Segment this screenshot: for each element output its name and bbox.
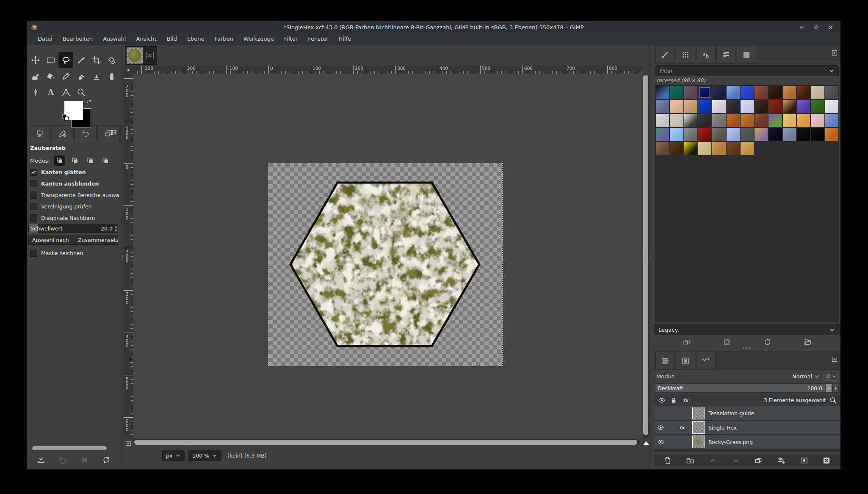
dock-splitter-right[interactable]: ⁞	[649, 44, 651, 469]
tool-button[interactable]	[58, 52, 73, 68]
pattern-action-icon[interactable]	[723, 338, 731, 346]
pattern-swatch[interactable]	[670, 142, 683, 155]
pattern-swatch[interactable]	[825, 86, 838, 99]
panel-menu-icon[interactable]	[111, 129, 118, 136]
menu-item[interactable]: Bild	[162, 33, 182, 44]
pattern-swatch[interactable]	[670, 128, 683, 141]
pattern-swatch[interactable]	[797, 114, 810, 127]
pattern-swatch[interactable]	[656, 114, 669, 127]
layer-thumbnail[interactable]	[692, 407, 705, 419]
window-control-button[interactable]	[797, 23, 806, 31]
pattern-swatch[interactable]	[741, 142, 754, 155]
tool-button[interactable]	[28, 68, 43, 84]
dock-drag-handle[interactable]: •••	[654, 346, 840, 350]
pattern-swatch[interactable]	[811, 114, 824, 127]
opacity-increase-button[interactable]	[832, 383, 839, 393]
layer-action-icon[interactable]	[822, 456, 831, 465]
menu-item[interactable]: Bearbeiten	[58, 33, 98, 44]
pattern-swatch[interactable]	[783, 114, 796, 127]
footer-action-icon[interactable]	[37, 456, 45, 464]
panel-menu-icon[interactable]	[831, 50, 838, 56]
menu-item[interactable]: Farben	[210, 33, 238, 44]
pattern-swatch[interactable]	[712, 114, 725, 127]
pattern-swatch[interactable]	[656, 86, 669, 99]
pattern-swatch[interactable]	[712, 128, 725, 141]
layer-action-icon[interactable]	[754, 456, 763, 465]
pattern-swatch[interactable]	[741, 86, 754, 99]
checkbox[interactable]	[30, 214, 37, 222]
layer-action-icon[interactable]	[732, 456, 740, 465]
tool-button[interactable]	[104, 68, 119, 84]
selection-mode-button[interactable]	[85, 155, 96, 166]
window-control-button[interactable]	[812, 23, 820, 31]
pattern-swatch[interactable]	[727, 114, 740, 127]
layer-row[interactable]: Rocky-Grass.png	[654, 435, 840, 450]
layer-name[interactable]: Rocky-Grass.png	[708, 439, 753, 445]
checkbox[interactable]	[30, 191, 37, 199]
pattern-swatch[interactable]	[755, 86, 768, 99]
pattern-swatch[interactable]	[684, 114, 697, 127]
layer-action-icon[interactable]	[777, 456, 785, 465]
blend-space-switch[interactable]	[824, 372, 838, 381]
pattern-swatch[interactable]	[727, 100, 740, 113]
checkbox[interactable]	[30, 203, 37, 210]
pattern-swatch[interactable]	[783, 86, 796, 99]
pattern-swatch[interactable]	[825, 114, 838, 127]
pattern-swatch[interactable]	[684, 128, 697, 141]
layer-fx-icon[interactable]	[676, 410, 687, 417]
eye-icon[interactable]	[658, 397, 666, 404]
pattern-swatch[interactable]	[741, 114, 754, 127]
dock-tab[interactable]	[29, 125, 51, 141]
dock-tab[interactable]	[655, 45, 675, 63]
slider-spinner[interactable]: ▲▼	[115, 225, 117, 233]
pattern-swatch[interactable]	[670, 86, 683, 99]
pattern-swatch[interactable]	[727, 86, 740, 99]
pattern-swatch[interactable]	[712, 86, 725, 99]
layer-visibility-toggle[interactable]	[655, 424, 666, 431]
opacity-decrease-button[interactable]	[826, 383, 832, 393]
menu-item[interactable]: Filter	[279, 33, 303, 44]
pattern-filter-input[interactable]: Filter	[655, 65, 839, 76]
checkbox[interactable]	[30, 180, 37, 187]
checkbox[interactable]	[30, 250, 37, 257]
layer-visibility-toggle[interactable]	[655, 410, 666, 417]
layer-thumbnail[interactable]	[692, 421, 705, 434]
pattern-action-icon[interactable]	[763, 338, 771, 346]
default-colors-icon[interactable]	[62, 114, 69, 121]
pattern-swatch[interactable]	[698, 100, 711, 113]
lock-icon[interactable]	[670, 397, 677, 404]
checkbox[interactable]	[30, 169, 37, 176]
opacity-slider[interactable]: Deckkraft 100.0	[655, 383, 825, 393]
pattern-swatch[interactable]	[797, 100, 810, 113]
quick-mask-toggle-icon[interactable]	[124, 440, 133, 447]
image-canvas[interactable]	[268, 163, 502, 366]
footer-action-icon[interactable]	[80, 456, 89, 464]
tool-button[interactable]	[74, 68, 88, 84]
pattern-swatch[interactable]	[656, 128, 669, 141]
dock-tab[interactable]	[655, 352, 675, 369]
pattern-swatch[interactable]	[698, 128, 711, 141]
layer-action-icon[interactable]	[709, 456, 717, 465]
dock-tab[interactable]	[52, 125, 74, 141]
selection-mode-button[interactable]	[69, 155, 80, 166]
pattern-swatch[interactable]	[712, 100, 725, 113]
pattern-swatch[interactable]	[727, 128, 740, 141]
layer-fx-icon[interactable]	[676, 438, 687, 446]
menu-item[interactable]: Ebene	[182, 33, 210, 44]
footer-action-icon[interactable]	[58, 456, 67, 464]
tool-button[interactable]	[74, 84, 88, 100]
select-by-value[interactable]: Zusammensetz	[77, 237, 118, 243]
dock-tab[interactable]	[696, 352, 716, 369]
vertical-ruler[interactable]: -200-1000100200300400500600	[124, 74, 133, 438]
tool-button[interactable]	[74, 52, 88, 68]
pattern-swatch[interactable]	[698, 114, 711, 127]
pattern-swatch[interactable]	[811, 100, 824, 113]
layer-row[interactable]: Tesselation-guide	[654, 406, 840, 421]
pattern-swatch[interactable]	[684, 100, 697, 113]
pattern-swatch[interactable]	[783, 128, 796, 141]
layer-action-icon[interactable]	[686, 456, 694, 465]
canvas-horizontal-scrollbar[interactable]	[133, 439, 640, 445]
fx-icon[interactable]	[682, 397, 689, 404]
tool-button[interactable]	[58, 68, 73, 84]
panel-menu-icon[interactable]	[831, 356, 838, 363]
